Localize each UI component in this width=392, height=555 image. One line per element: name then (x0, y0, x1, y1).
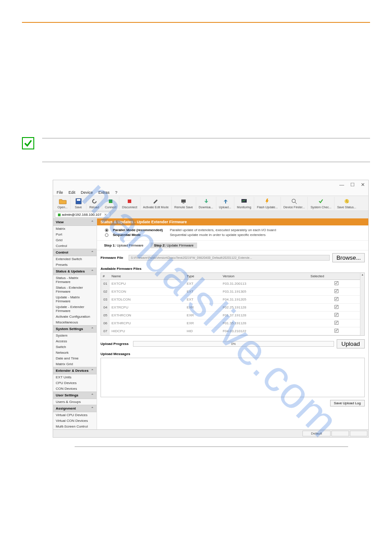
row-selected[interactable] (309, 327, 364, 335)
minimize-button[interactable]: — (339, 182, 344, 188)
sidebar-section-status-updates[interactable]: Status & Updates⌃ (53, 268, 97, 275)
check-button[interactable]: System Chec... (308, 197, 334, 210)
table-row[interactable]: 04EXTRCPUEXRF02.25.191128 (101, 304, 364, 312)
svg-rect-4 (181, 200, 186, 203)
table-row[interactable]: 03EXTDLCONEXTF04.31.191205 (101, 296, 364, 304)
row-selected[interactable] (309, 304, 364, 312)
menu-extras[interactable]: Extras (98, 190, 110, 195)
table-row[interactable]: 01EXTCPUEXTF03.31.200113 (101, 280, 364, 288)
sidebar-item-access[interactable]: Access (53, 338, 97, 344)
sidebar-item-virtual-cpu-devices[interactable]: Virtual CPU Devices (53, 412, 97, 418)
sidebar-item-miscellaneous[interactable]: Miscellaneous (53, 319, 97, 325)
sidebar-item-ext-units[interactable]: EXT Units (53, 374, 97, 380)
sidebar-item-control[interactable]: Control (53, 243, 97, 249)
menu-device[interactable]: Device (81, 190, 93, 195)
sidebar-item-presets[interactable]: Presets (53, 262, 97, 268)
table-row[interactable]: 06EXTHRCPUEXRF01.35.191128 (101, 319, 364, 327)
upload-messages-label: Upload Messages (97, 352, 368, 358)
checkbox-icon[interactable] (334, 289, 338, 293)
sidebar-item-grid[interactable]: Grid (53, 237, 97, 243)
sidebar-item-virtual-con-devices[interactable]: Virtual CON Devices (53, 418, 97, 424)
sidebar-section-assignment[interactable]: Assignment⌃ (53, 405, 97, 412)
edit-icon (152, 198, 160, 205)
sidebar-item-update-matrix-firmware[interactable]: Update - Matrix Firmware (53, 294, 97, 304)
parallel-mode-radio[interactable] (105, 229, 108, 232)
upload-button[interactable]: Upload... (216, 197, 234, 210)
sidebar-item-system[interactable]: System (53, 333, 97, 338)
sidebar-item-users-groups[interactable]: Users & Groups (53, 399, 97, 405)
sidebar-item-status-extender-firmware[interactable]: Status - Extender Firmware (53, 285, 97, 294)
checkbox-icon[interactable] (334, 329, 338, 333)
step1-text: Upload Firmware (117, 243, 144, 247)
firmware-file-path[interactable]: S:\Firmware\PublicVersion\DracoTera\2021… (129, 255, 330, 261)
sidebar-section-user-settings[interactable]: User Settings⌃ (53, 392, 97, 399)
connect-button[interactable]: Connect (102, 197, 119, 210)
column-type[interactable]: Type (185, 273, 221, 280)
checkbox-icon[interactable] (334, 321, 338, 325)
row-selected[interactable] (309, 280, 364, 288)
open-button[interactable]: Open... (55, 197, 71, 210)
menu-file[interactable]: File (57, 190, 63, 195)
close-tab-icon[interactable]: ✕ (104, 213, 107, 217)
sidebar-item-port[interactable]: Port (53, 232, 97, 237)
row-type: EXT (185, 296, 221, 304)
sidebar-item-network[interactable]: Network (53, 350, 97, 355)
browse-button[interactable]: Browse... (332, 253, 365, 262)
upload-messages-box[interactable] (101, 358, 365, 397)
checkbox-icon[interactable] (334, 305, 338, 309)
row-selected[interactable] (309, 319, 364, 327)
sidebar-section-system-settings[interactable]: System Settings⌃ (53, 325, 97, 333)
scrollbar[interactable]: ▴ (360, 273, 364, 335)
sidebar-item-date-and-time[interactable]: Date and Time (53, 355, 97, 361)
sidebar-item-con-devices[interactable]: CON Devices (53, 386, 97, 392)
connection-tab[interactable]: admin@192.168.100.107 ✕ (55, 212, 110, 218)
sidebar-item-switch[interactable]: Switch (53, 344, 97, 350)
sidebar-item-multi-screen-control[interactable]: Multi-Screen Control (53, 424, 97, 429)
remote-button[interactable]: Remote Save (172, 197, 196, 210)
progress-percent: 0% (231, 342, 236, 345)
menu-help[interactable]: ? (115, 190, 117, 195)
monitor-button[interactable]: Monitoring (234, 197, 255, 210)
finder-button[interactable]: Device Finder... (281, 197, 308, 210)
tab-step1[interactable]: Step 1: Upload Firmware (101, 243, 147, 248)
download-button[interactable]: Downloa... (196, 197, 216, 210)
sidebar-item-extended-switch[interactable]: Extended Switch (53, 256, 97, 262)
sequential-mode-radio[interactable] (105, 233, 108, 237)
sidebar-item-status-matrix-firmware[interactable]: Status - Matrix Firmware (53, 275, 97, 285)
sidebar-section-extender-devices[interactable]: Extender & Devices⌃ (53, 367, 97, 374)
sidebar-section-view[interactable]: View⌃ (53, 218, 97, 226)
checkbox-icon[interactable] (334, 281, 338, 285)
column-name[interactable]: Name (110, 273, 185, 280)
reload-button[interactable]: Reload (86, 197, 102, 210)
tab-step2[interactable]: Step 2: Update Firmware (151, 243, 197, 248)
column-[interactable]: # (101, 273, 110, 280)
sidebar-item-update-extender-firmware[interactable]: Update - Extender Firmware (53, 304, 97, 314)
table-row[interactable]: 07HIDCPUHIDF04.03.210122 (101, 327, 364, 335)
column-selected[interactable]: Selected (309, 273, 364, 280)
close-button[interactable]: ✕ (361, 182, 365, 188)
sidebar-item-cpu-devices[interactable]: CPU Devices (53, 380, 97, 386)
checkbox-icon[interactable] (334, 313, 338, 317)
upload-button[interactable]: Upload (337, 339, 365, 348)
table-row[interactable]: 05EXTHRCONEXRF01.37.191128 (101, 312, 364, 319)
disconnect-button[interactable]: Disconnect (119, 197, 140, 210)
column-version[interactable]: Version (221, 273, 309, 280)
sidebar-item-matrix[interactable]: Matrix (53, 226, 97, 232)
save-button[interactable]: Save (71, 197, 86, 210)
row-selected[interactable] (309, 288, 364, 296)
status-button[interactable]: Save Status... (334, 197, 359, 210)
scroll-up-icon[interactable]: ▴ (360, 273, 364, 276)
edit-button[interactable]: Activate Edit Mode (140, 197, 172, 210)
sidebar-item-matrix-grid[interactable]: Matrix Grid (53, 361, 97, 367)
menu-edit[interactable]: Edit (68, 190, 76, 195)
sidebar-section-control[interactable]: Control⌃ (53, 249, 97, 256)
flash-button[interactable]: Flash Update... (254, 197, 281, 210)
maximize-button[interactable]: ☐ (350, 182, 355, 188)
table-row[interactable]: 02EXTCONEXTF03.31.191305 (101, 288, 364, 296)
checkbox-icon[interactable] (334, 297, 338, 301)
row-selected[interactable] (309, 312, 364, 319)
row-selected[interactable] (309, 296, 364, 304)
save-upload-log-button[interactable]: Save Upload Log (330, 400, 365, 406)
parallel-mode-label: Parallel Mode (recommended) (113, 228, 165, 232)
sidebar-item-activate-configuration[interactable]: Activate Configuration (53, 314, 97, 319)
